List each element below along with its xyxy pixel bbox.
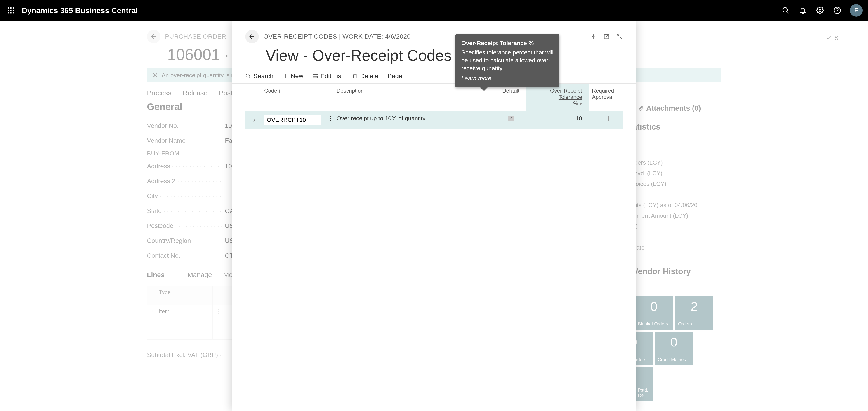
modal-delete-button[interactable]: Delete [352,72,378,80]
svg-line-23 [607,35,609,37]
modal-breadcrumb: OVER-RECEIPT CODES | WORK DATE: 4/6/2020 [264,33,411,40]
tolerance-tooltip: Over-Receipt Tolerance % Specifies toler… [456,34,559,88]
svg-point-13 [837,12,837,12]
mg-col-default[interactable]: Default [496,83,526,111]
modal-page-button[interactable]: Page [388,72,402,80]
svg-point-11 [819,9,821,11]
mg-col-description[interactable]: Description [333,83,496,111]
svg-rect-33 [353,75,356,78]
svg-rect-5 [13,10,14,11]
svg-point-26 [246,74,249,77]
svg-rect-8 [13,12,14,13]
app-launcher-icon[interactable] [5,5,16,16]
mg-col-menu-gap [324,83,333,111]
help-icon[interactable] [833,6,842,15]
tooltip-title: Over-Receipt Tolerance % [461,39,554,47]
svg-rect-2 [13,7,14,8]
user-avatar[interactable]: F [850,4,863,17]
svg-rect-30 [313,74,318,75]
mg-row-menu[interactable]: ⋮ [324,111,333,129]
mg-row-default-checkbox[interactable] [496,111,526,129]
modal-new-button[interactable]: New [283,72,303,80]
settings-icon[interactable] [815,6,825,15]
modal-pin-icon[interactable] [590,33,596,40]
brand-title: Dynamics 365 Business Central [22,6,138,15]
svg-rect-4 [10,10,11,11]
modal-popout-icon[interactable] [603,33,610,40]
modal-back-button[interactable] [245,30,259,43]
svg-point-9 [783,7,787,12]
modal-title: View - Over-Receipt Codes [266,46,623,64]
mg-row-tolerance[interactable]: 10 [526,111,589,129]
svg-line-24 [617,34,619,36]
mg-row-code-cell[interactable] [261,111,324,129]
svg-rect-0 [8,7,9,8]
svg-line-27 [249,77,250,78]
svg-rect-7 [10,12,11,13]
tooltip-body: Specifies tolerance percent that will be… [461,48,554,72]
mg-row-indicator[interactable] [245,111,261,129]
mg-code-input[interactable] [264,115,321,125]
svg-line-25 [620,37,622,39]
modal-edit-list-button[interactable]: Edit List [312,72,343,80]
over-receipt-codes-dialog: OVER-RECEIPT CODES | WORK DATE: 4/6/2020… [232,21,636,411]
svg-line-10 [786,11,789,13]
mg-col-code[interactable]: Code↑ [261,83,324,111]
tooltip-learn-more-link[interactable]: Learn more [461,74,491,82]
mg-col-tolerance[interactable]: Over-Receipt Tolerance % [526,83,589,111]
notifications-icon[interactable] [798,6,807,15]
mg-row-description[interactable]: Over receipt up to 10% of quantity [333,111,496,129]
mg-row[interactable]: ⋮ Over receipt up to 10% of quantity 10 [245,111,623,129]
mg-col-indicator [245,83,261,111]
svg-rect-31 [313,76,318,76]
svg-rect-32 [313,77,318,78]
svg-rect-3 [8,10,9,11]
svg-rect-6 [8,12,9,13]
modal-expand-icon[interactable] [616,33,623,40]
modal-search-button[interactable]: Search [245,72,274,80]
search-icon[interactable] [781,6,790,15]
svg-rect-1 [10,7,11,8]
mg-row-required-checkbox[interactable] [589,111,623,129]
mg-col-required-approval[interactable]: Required Approval [589,83,623,111]
